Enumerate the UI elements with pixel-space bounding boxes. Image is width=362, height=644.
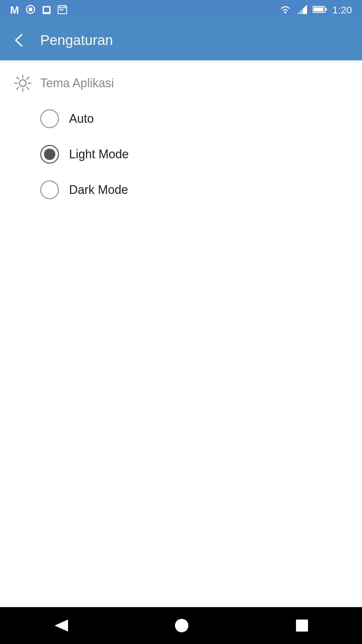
app-bar: Pengaturan (0, 20, 362, 60)
nav-recents-button[interactable] (282, 615, 322, 636)
svg-line-23 (27, 77, 29, 79)
svg-rect-3 (44, 7, 49, 12)
svg-rect-9 (62, 9, 63, 10)
status-bar: M (0, 0, 362, 20)
gmail-icon: M (10, 4, 19, 16)
svg-rect-8 (60, 9, 61, 10)
theme-icon (13, 74, 32, 93)
battery-icon (312, 5, 327, 15)
option-dark[interactable]: Dark Mode (34, 174, 349, 206)
content-area: Tema Aplikasi Auto Light Mode Dark Mode (0, 60, 362, 219)
status-time: 1:20 (333, 4, 352, 16)
bottom-nav-bar (0, 607, 362, 644)
svg-point-16 (19, 80, 26, 87)
svg-rect-27 (296, 620, 308, 632)
radio-auto[interactable] (40, 109, 59, 128)
app-bar-title: Pengaturan (40, 32, 113, 48)
option-auto[interactable]: Auto (34, 103, 349, 135)
svg-rect-14 (325, 8, 327, 11)
radio-light-inner (44, 149, 55, 160)
record-icon (25, 4, 36, 16)
option-dark-label: Dark Mode (69, 183, 128, 197)
svg-marker-12 (297, 8, 303, 14)
svg-line-24 (17, 87, 19, 89)
nav-back-button[interactable] (40, 615, 81, 636)
back-button[interactable] (10, 30, 30, 50)
status-bar-right-icons: 1:20 (279, 4, 352, 16)
svg-rect-15 (313, 7, 323, 11)
section-title: Tema Aplikasi (40, 76, 114, 90)
svg-point-10 (284, 11, 286, 13)
svg-line-22 (27, 87, 29, 89)
nav-home-button[interactable] (161, 615, 202, 636)
sim-icon (42, 4, 51, 16)
option-light-label: Light Mode (69, 147, 129, 161)
svg-line-21 (17, 77, 19, 79)
calendar-icon (57, 4, 67, 16)
status-bar-left-icons: M (10, 4, 67, 16)
option-light[interactable]: Light Mode (34, 138, 349, 170)
signal-icon (297, 5, 307, 15)
svg-point-26 (175, 619, 188, 632)
option-auto-label: Auto (69, 112, 94, 126)
radio-dark[interactable] (40, 180, 59, 199)
wifi-icon (279, 4, 292, 16)
section-header: Tema Aplikasi (13, 74, 349, 93)
svg-marker-25 (55, 620, 68, 632)
radio-light[interactable] (40, 145, 59, 164)
svg-point-1 (28, 7, 33, 11)
theme-options: Auto Light Mode Dark Mode (13, 103, 349, 206)
